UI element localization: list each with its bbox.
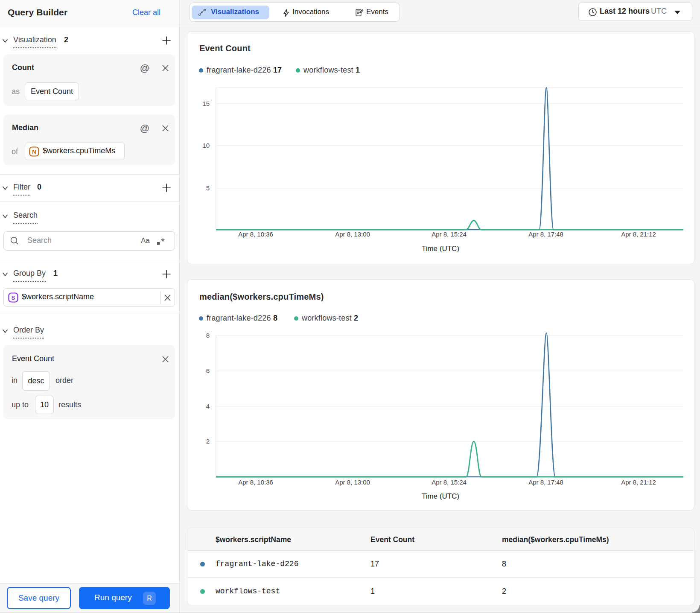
svg-text:Apr 8, 13:00: Apr 8, 13:00: [335, 479, 370, 486]
svg-text:2: 2: [206, 438, 210, 445]
svg-text:5: 5: [206, 184, 210, 192]
svg-text:Apr 8, 17:48: Apr 8, 17:48: [528, 479, 563, 486]
svg-text:N: N: [32, 149, 36, 155]
svg-text:Apr 8, 17:48: Apr 8, 17:48: [528, 231, 563, 238]
svg-text:8: 8: [206, 332, 210, 339]
svg-text:Apr 8, 10:36: Apr 8, 10:36: [238, 231, 273, 238]
svg-text:Apr 8, 21:12: Apr 8, 21:12: [621, 479, 656, 486]
svg-text:6: 6: [206, 367, 210, 374]
svg-text:4: 4: [206, 403, 210, 410]
svg-text:Apr 8, 10:36: Apr 8, 10:36: [238, 479, 273, 486]
svg-text:Apr 8, 13:00: Apr 8, 13:00: [335, 231, 370, 238]
svg-text:Apr 8, 21:12: Apr 8, 21:12: [621, 231, 656, 238]
svg-text:Time (UTC): Time (UTC): [422, 492, 459, 500]
svg-text:S: S: [12, 295, 15, 301]
svg-text:*: *: [161, 236, 165, 247]
svg-text:15: 15: [202, 100, 210, 107]
svg-text:10: 10: [202, 142, 210, 149]
svg-text:Apr 8, 15:24: Apr 8, 15:24: [432, 231, 467, 238]
svg-text:Apr 8, 15:24: Apr 8, 15:24: [432, 479, 467, 486]
svg-text:Time (UTC): Time (UTC): [422, 245, 459, 253]
